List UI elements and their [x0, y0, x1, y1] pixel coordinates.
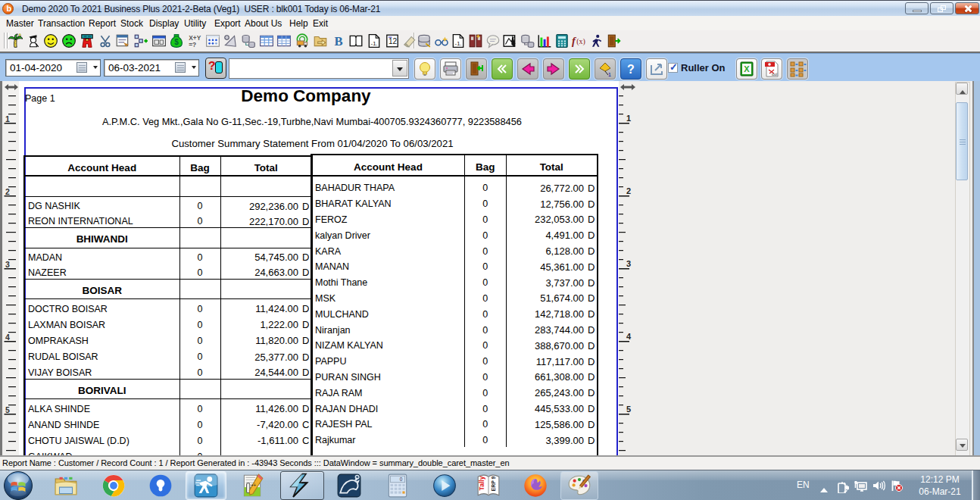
- svg-text:1: 1: [626, 114, 631, 123]
- svg-text:4: 4: [626, 332, 632, 341]
- svg-text:3: 3: [626, 259, 631, 268]
- svg-text:5: 5: [626, 405, 631, 414]
- svg-text:1: 1: [608, 72, 611, 77]
- svg-text:$: $: [174, 38, 179, 46]
- svg-text:0: 0: [400, 477, 403, 482]
- svg-text:-1.: -1.: [455, 40, 462, 47]
- svg-text:1: 1: [5, 114, 10, 123]
- svg-text:tool: tool: [772, 73, 777, 77]
- svg-text:ERP 9: ERP 9: [491, 476, 496, 491]
- svg-text:=?: =?: [189, 41, 196, 48]
- svg-text:X: X: [744, 64, 750, 73]
- svg-text:12: 12: [389, 37, 398, 45]
- svg-text:B: B: [334, 34, 342, 48]
- svg-text:4: 4: [5, 333, 10, 342]
- svg-text:?: ?: [627, 63, 635, 76]
- svg-text:2: 2: [5, 187, 10, 196]
- svg-text:2: 2: [626, 186, 631, 195]
- svg-text:Tally: Tally: [478, 476, 485, 490]
- svg-text:f: f: [572, 35, 576, 47]
- svg-text:3: 3: [5, 260, 10, 269]
- svg-text:-1.: -1.: [371, 40, 378, 47]
- svg-text:(x): (x): [576, 37, 585, 46]
- svg-text:5: 5: [5, 405, 10, 414]
- svg-text:++: ++: [251, 483, 257, 488]
